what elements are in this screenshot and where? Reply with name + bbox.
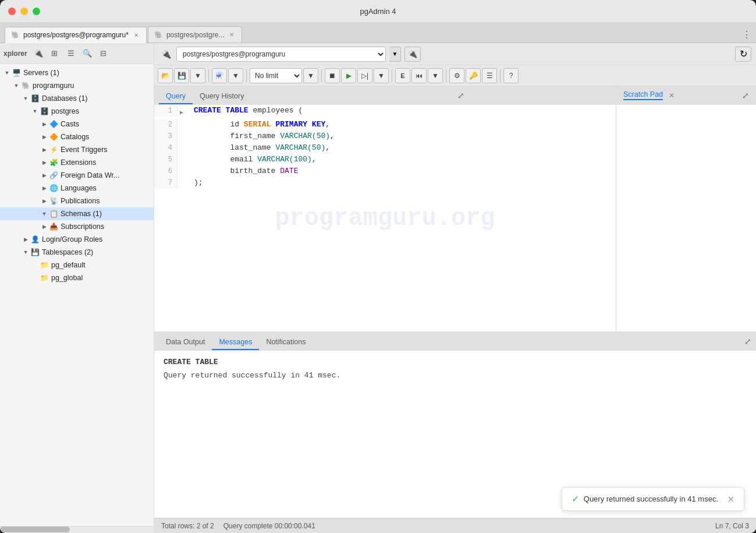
tab-2-icon: 🐘 — [154, 31, 163, 39]
sidebar-scrollbar[interactable] — [0, 526, 154, 533]
connection-action-btn[interactable]: 🔌 — [404, 47, 421, 62]
tree-item-tablespaces[interactable]: 💾 Tablespaces (2) — [0, 246, 154, 259]
toast-close-button[interactable]: ✕ — [727, 495, 734, 504]
refresh-button[interactable]: ↻ — [735, 47, 751, 62]
tree-item-extensions[interactable]: 🧩 Extensions — [0, 156, 154, 169]
line-arrow-3 — [178, 130, 189, 132]
tree-label-subscriptions: Subscriptions — [61, 223, 104, 231]
code-line-3: 3 first_name VARCHAR(50), — [154, 130, 616, 142]
tab-query-1[interactable]: 🐘 postgres/postgres@programguru* ✕ — [5, 27, 147, 43]
tree-item-roles[interactable]: 👤 Login/Group Roles — [0, 233, 154, 246]
list-btn[interactable]: ☰ — [482, 68, 497, 83]
save-btn[interactable]: 💾 — [174, 68, 189, 83]
editor-expand-icon[interactable]: ⤢ — [457, 91, 464, 100]
run-explain-btn[interactable]: ▷| — [357, 68, 372, 83]
connection-select[interactable]: postgres/postgres@programguru — [176, 47, 386, 62]
schemas-icon: 📋 — [49, 209, 58, 218]
sidebar-search-button[interactable]: 🔍 — [80, 47, 95, 61]
tree-item-event-triggers[interactable]: ⚡ Event Triggers — [0, 143, 154, 156]
code-editor[interactable]: programguru.org 1 ▶ CREATE TABLE employe… — [154, 105, 616, 331]
tree-item-schemas[interactable]: 📋 Schemas (1) — [0, 207, 154, 220]
run-btn[interactable]: ▶ — [341, 68, 356, 83]
status-position: Ln 7, Col 3 — [715, 522, 749, 530]
tree-item-servers[interactable]: 🖥️ Servers (1) — [0, 66, 154, 79]
code-line-6: 6 birth_date DATE — [154, 165, 616, 177]
stop-btn[interactable]: ⏹ — [325, 68, 340, 83]
tablespaces-icon: 💾 — [30, 248, 40, 257]
tree-label-fdw: Foreign Data Wr... — [61, 171, 119, 179]
tab-notifications[interactable]: Notifications — [259, 335, 313, 350]
tab-1-close[interactable]: ✕ — [132, 31, 140, 39]
tab-1-label: postgres/postgres@programguru* — [23, 31, 129, 39]
sidebar-btn-5[interactable]: ⊟ — [96, 47, 111, 61]
right-panel: 🔌 postgres/postgres@programguru ▼ 🔌 ↻ 📂 … — [154, 43, 756, 533]
editor-section: Query Query History ⤢ programguru.org — [154, 86, 756, 331]
tree-label-event-triggers: Event Triggers — [61, 146, 108, 154]
tree-item-pg-default[interactable]: 📁 pg_default — [0, 259, 154, 271]
window-controls — [8, 8, 40, 15]
tree-item-programguru[interactable]: 🐘 programguru — [0, 79, 154, 92]
casts-icon: 🔷 — [49, 119, 58, 129]
tree-arrow-servers — [2, 68, 12, 77]
line-arrow-5 — [178, 154, 189, 156]
line-num-1: 1 — [154, 105, 178, 117]
scratch-pad-area: Scratch Pad ✕ ⤢ — [616, 86, 756, 331]
limit-select[interactable]: No limit 100 500 1000 — [250, 68, 302, 83]
tab-query-history[interactable]: Query History — [193, 89, 251, 104]
pg-default-icon: 📁 — [40, 260, 49, 270]
commit-btn[interactable]: E — [395, 68, 410, 83]
message-query: CREATE TABLE — [164, 358, 747, 366]
open-file-btn[interactable]: 📂 — [158, 68, 173, 83]
event-triggers-icon: ⚡ — [49, 145, 58, 154]
close-button[interactable] — [8, 8, 16, 15]
tree-label-pg-default: pg_default — [51, 261, 85, 269]
filter-btn[interactable]: ⚗️ — [212, 68, 227, 83]
run-explain-dropdown[interactable]: ▼ — [374, 68, 389, 83]
tree-arrow-pg-global — [30, 273, 40, 283]
tree-item-casts[interactable]: 🔷 Casts — [0, 118, 154, 130]
tree-item-pg-global[interactable]: 📁 pg_global — [0, 271, 154, 284]
tab-bar: 🐘 postgres/postgres@programguru* ✕ 🐘 pos… — [0, 22, 756, 43]
servers-icon: 🖥️ — [12, 68, 21, 77]
minimize-button[interactable] — [20, 8, 28, 15]
sidebar-btn-1[interactable]: 🔌 — [31, 47, 46, 61]
tree-label-pg-global: pg_global — [51, 274, 83, 282]
tree-item-publications[interactable]: 📡 Publications — [0, 195, 154, 207]
tree-item-languages[interactable]: 🌐 Languages — [0, 182, 154, 195]
line-content-6: birth_date DATE — [189, 165, 298, 177]
tree-label-tablespaces: Tablespaces (2) — [42, 248, 93, 256]
scratch-pad-expand[interactable]: ⤢ — [742, 91, 749, 100]
tree-item-fdw[interactable]: 🔗 Foreign Data Wr... — [0, 169, 154, 182]
macro-btn-2[interactable]: 🔑 — [466, 68, 481, 83]
filter-dropdown-btn[interactable]: ▼ — [228, 68, 243, 83]
tab-overflow-button[interactable]: ⋮ — [742, 29, 751, 40]
tree-item-postgres-db[interactable]: 🗄️ postgres — [0, 105, 154, 118]
connection-dropdown-btn[interactable]: ▼ — [389, 47, 401, 62]
macro-btn-1[interactable]: ⚙ — [449, 68, 464, 83]
tree-item-databases[interactable]: 🗄️ Databases (1) — [0, 92, 154, 105]
limit-dropdown-btn[interactable]: ▼ — [303, 68, 318, 83]
tree-item-catalogs[interactable]: 🔶 Catalogs — [0, 130, 154, 143]
tree-arrow-fdw — [40, 171, 49, 180]
sidebar-btn-3[interactable]: ☰ — [63, 47, 79, 61]
tree-arrow-publications — [40, 196, 49, 206]
save-dropdown-btn[interactable]: ▼ — [190, 68, 205, 83]
scratch-pad-header: Scratch Pad ✕ ⤢ — [616, 86, 756, 105]
sidebar-btn-2[interactable]: ⊞ — [47, 47, 62, 61]
tree-arrow-languages — [40, 183, 49, 193]
maximize-button[interactable] — [33, 8, 40, 15]
tab-messages[interactable]: Messages — [212, 335, 259, 350]
tab-query-2[interactable]: 🐘 postgres/postgre... ✕ — [148, 26, 242, 43]
tab-2-close[interactable]: ✕ — [228, 31, 236, 39]
txn-dropdown-btn[interactable]: ▼ — [428, 68, 443, 83]
tab-data-output[interactable]: Data Output — [159, 335, 212, 350]
tree-item-subscriptions[interactable]: 📥 Subscriptions — [0, 220, 154, 233]
scratch-pad-close[interactable]: ✕ — [669, 91, 675, 100]
scratch-pad-content[interactable] — [616, 105, 756, 331]
rollback-btn[interactable]: ⏮ — [411, 68, 427, 83]
tree-label-languages: Languages — [61, 184, 97, 192]
tree-label-programguru: programguru — [33, 82, 74, 90]
help-btn[interactable]: ? — [503, 68, 519, 83]
bottom-expand-icon[interactable]: ⤢ — [744, 337, 751, 346]
tab-query[interactable]: Query — [159, 89, 193, 104]
